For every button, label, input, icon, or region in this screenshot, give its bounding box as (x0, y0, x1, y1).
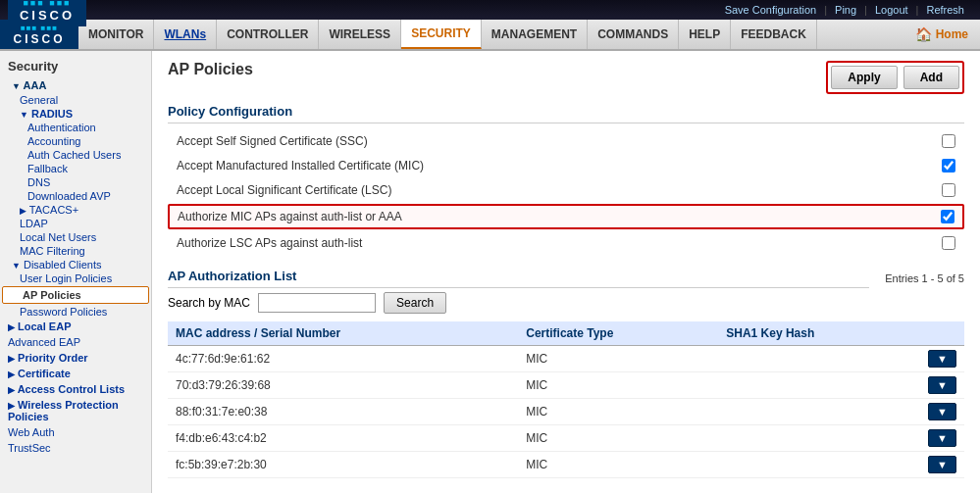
search-button[interactable]: Search (384, 292, 446, 314)
row-dropdown-btn-4[interactable]: ▼ (928, 456, 956, 473)
entries-info: Entries 1 - 5 of 5 (885, 272, 964, 284)
sidebar-item-auth-cached-users[interactable]: Auth Cached Users (0, 148, 151, 162)
sidebar-item-web-auth[interactable]: Web Auth (0, 424, 151, 440)
row-dropdown-btn-1[interactable]: ▼ (928, 376, 956, 394)
policy-label-1: Accept Manufactured Installed Certificat… (177, 159, 930, 173)
sidebar-item-priority-order[interactable]: ▶ Priority Order (0, 350, 151, 366)
policy-row-2: Accept Local Significant Certificate (LS… (168, 178, 964, 202)
sidebar-item-password-policies[interactable]: Password Policies (0, 305, 151, 319)
add-button[interactable]: Add (903, 66, 959, 89)
policy-config-title: Policy Configuration (168, 104, 964, 123)
cell-cert-0: MIC (518, 346, 718, 372)
table-row: f4:db:e6:43:c4:b2MIC▼ (168, 425, 964, 452)
auth-list-section: AP Authorization List Entries 1 - 5 of 5… (168, 269, 964, 478)
cell-mac-3: f4:db:e6:43:c4:b2 (168, 425, 518, 452)
sidebar-item-wireless-protection-policies[interactable]: ▶ Wireless Protection Policies (0, 397, 151, 424)
nav-logo: ■■■ ■■■ CISCO (0, 20, 78, 49)
search-label: Search by MAC (168, 296, 250, 310)
nav-item-wlans[interactable]: WLANs (154, 20, 217, 49)
nav-item-feedback[interactable]: FEEDBACK (731, 20, 817, 49)
auth-table-body: 4c:77:6d:9e:61:62MIC▼70:d3:79:26:39:68MI… (168, 346, 964, 478)
content-area: AP Policies Apply Add Policy Configurati… (152, 51, 980, 493)
sidebar-item-authentication[interactable]: Authentication (0, 121, 151, 134)
policy-config-section: Policy Configuration Accept Self Signed … (168, 104, 964, 255)
sidebar-item-trustsec[interactable]: TrustSec (0, 440, 151, 456)
sidebar-item-general[interactable]: General (0, 93, 151, 107)
row-dropdown-btn-0[interactable]: ▼ (928, 350, 956, 368)
cell-mac-0: 4c:77:6d:9e:61:62 (168, 346, 518, 372)
home-link[interactable]: 🏠 Home (903, 20, 980, 49)
sidebar-item-radius[interactable]: ▼ RADIUS (0, 107, 151, 121)
refresh-link[interactable]: Refresh (926, 4, 964, 16)
sidebar-item-accounting[interactable]: Accounting (0, 134, 151, 148)
cell-mac-1: 70:d3:79:26:39:68 (168, 372, 518, 399)
sidebar-item-advanced-eap[interactable]: Advanced EAP (0, 334, 151, 350)
sidebar-item-ldap[interactable]: LDAP (0, 217, 151, 230)
logout-link[interactable]: Logout (875, 4, 908, 16)
cell-sha1-3 (718, 425, 920, 452)
policy-checkbox-0[interactable] (942, 134, 955, 148)
policy-row-4: Authorize LSC APs against auth-list (168, 231, 964, 255)
nav-item-commands[interactable]: COMMANDS (588, 20, 679, 49)
sidebar-item-access-control-lists[interactable]: ▶ Access Control Lists (0, 381, 151, 397)
policy-checkbox-3[interactable] (941, 210, 954, 223)
sidebar-item-fallback[interactable]: Fallback (0, 162, 151, 175)
row-dropdown-btn-3[interactable]: ▼ (928, 429, 956, 447)
cell-action-4: ▼ (920, 452, 964, 478)
save-config-link[interactable]: Save Configuration (725, 4, 817, 16)
sep1: | (824, 4, 827, 16)
auth-list-table: MAC address / Serial Number Certificate … (168, 321, 964, 478)
action-buttons: Apply Add (826, 61, 964, 94)
cell-action-2: ▼ (920, 399, 964, 425)
sidebar-item-aaa[interactable]: ▼ AAA (0, 77, 151, 93)
sidebar-item-certificate[interactable]: ▶ Certificate (0, 366, 151, 381)
sidebar-item-local-eap[interactable]: ▶ Local EAP (0, 319, 151, 334)
policy-checkbox-2[interactable] (942, 183, 955, 197)
table-row: 4c:77:6d:9e:61:62MIC▼ (168, 346, 964, 372)
ping-link[interactable]: Ping (835, 4, 856, 16)
sidebar-item-user-login-policies[interactable]: User Login Policies (0, 271, 151, 285)
sidebar-item-dns[interactable]: DNS (0, 175, 151, 189)
policy-row-0: Accept Self Signed Certificate (SSC) (168, 129, 964, 153)
nav-item-monitor[interactable]: MONITOR (78, 20, 154, 49)
sidebar-item-ap-policies[interactable]: AP Policies (2, 286, 149, 304)
cell-cert-4: MIC (518, 452, 718, 478)
table-row: fc:5b:39:e7:2b:30MIC▼ (168, 452, 964, 478)
nav-item-security[interactable]: SECURITY (401, 20, 482, 49)
table-row: 88:f0:31:7e:e0:38MIC▼ (168, 399, 964, 425)
nav-item-management[interactable]: MANAGEMENT (482, 20, 588, 49)
sidebar-section-security: Security (0, 55, 151, 77)
sidebar-item-tacacs[interactable]: ▶ TACACS+ (0, 203, 151, 217)
search-input[interactable] (258, 293, 376, 313)
cell-cert-1: MIC (518, 372, 718, 399)
sidebar: Security ▼ AAA General ▼ RADIUS Authenti… (0, 51, 152, 493)
policy-rows: Accept Self Signed Certificate (SSC)Acce… (168, 129, 964, 255)
sidebar-item-downloaded-avp[interactable]: Downloaded AVP (0, 189, 151, 203)
policy-checkbox-1[interactable] (942, 159, 955, 173)
table-header: MAC address / Serial Number Certificate … (168, 321, 964, 346)
cell-action-3: ▼ (920, 425, 964, 452)
sidebar-item-mac-filtering[interactable]: MAC Filtering (0, 244, 151, 258)
col-action (920, 321, 964, 346)
nav-item-wireless[interactable]: WIRELESS (319, 20, 401, 49)
nav-item-help[interactable]: HELP (679, 20, 731, 49)
apply-button[interactable]: Apply (831, 66, 897, 89)
cell-action-0: ▼ (920, 346, 964, 372)
page-title: AP Policies (168, 61, 253, 78)
policy-label-3: Authorize MIC APs against auth-list or A… (178, 210, 929, 223)
policy-row-3: Authorize MIC APs against auth-list or A… (168, 204, 964, 229)
cisco-dots-logo: ■■■ ■■■ (23, 0, 71, 8)
col-sha1: SHA1 Key Hash (718, 321, 920, 346)
nav-item-controller[interactable]: CONTROLLER (217, 20, 319, 49)
policy-label-0: Accept Self Signed Certificate (SSC) (177, 134, 930, 148)
cell-sha1-2 (718, 399, 920, 425)
cell-mac-4: fc:5b:39:e7:2b:30 (168, 452, 518, 478)
sidebar-item-local-net-users[interactable]: Local Net Users (0, 230, 151, 244)
top-bar-actions: Save Configuration | Ping | Logout | Ref… (725, 4, 972, 16)
policy-checkbox-4[interactable] (942, 236, 955, 250)
policy-row-1: Accept Manufactured Installed Certificat… (168, 154, 964, 177)
cell-mac-2: 88:f0:31:7e:e0:38 (168, 399, 518, 425)
row-dropdown-btn-2[interactable]: ▼ (928, 403, 956, 420)
nav-bar: ■■■ ■■■ CISCO MONITOR WLANs CONTROLLER W… (0, 20, 980, 51)
sidebar-item-disabled-clients[interactable]: ▼ Disabled Clients (0, 258, 151, 271)
